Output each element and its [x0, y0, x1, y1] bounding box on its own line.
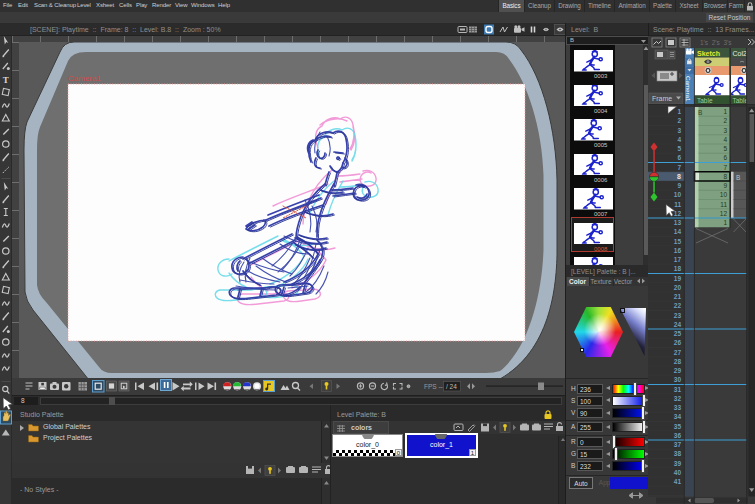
svg-text:35: 35: [674, 423, 682, 430]
svg-text:27: 27: [674, 349, 682, 356]
svg-text:22: 22: [674, 302, 682, 309]
svg-text:32: 32: [674, 395, 682, 402]
svg-text:/ 24: / 24: [446, 383, 457, 390]
svg-text:B: B: [736, 174, 740, 181]
svg-text:2: 2: [677, 117, 681, 124]
svg-text:10: 10: [720, 191, 728, 198]
svg-text:Col2: Col2: [733, 50, 748, 57]
svg-text:6: 6: [677, 154, 681, 161]
svg-text:9: 9: [677, 182, 681, 189]
svg-text:11: 11: [674, 201, 681, 208]
svg-text:24: 24: [674, 321, 682, 328]
svg-text:19: 19: [674, 275, 682, 282]
svg-text:20: 20: [674, 284, 682, 291]
svg-text:40: 40: [674, 469, 682, 476]
svg-text:7: 7: [723, 164, 727, 171]
svg-text:34: 34: [674, 413, 682, 420]
svg-text:41: 41: [674, 478, 682, 485]
svg-text:30: 30: [674, 376, 682, 383]
svg-text:33: 33: [674, 404, 682, 411]
svg-text:13: 13: [674, 219, 682, 226]
svg-text:1: 1: [677, 108, 681, 115]
svg-text:8: 8: [723, 173, 727, 180]
svg-text:Table: Table: [697, 97, 713, 104]
svg-text:FPS ---: FPS ---: [424, 383, 445, 390]
svg-text:16: 16: [674, 247, 682, 254]
svg-text:36: 36: [674, 432, 682, 439]
svg-text:31: 31: [674, 386, 682, 393]
svg-text:4: 4: [677, 136, 681, 143]
svg-text:1's 2's 3's: 1's 2's 3's: [700, 39, 732, 46]
svg-text:23: 23: [674, 312, 682, 319]
svg-text:39: 39: [674, 460, 682, 467]
svg-text:9: 9: [723, 182, 727, 189]
svg-text:12: 12: [720, 210, 728, 217]
svg-text:29: 29: [674, 367, 682, 374]
svg-text:7: 7: [677, 164, 681, 171]
svg-text:B: B: [698, 109, 702, 116]
svg-text:1: 1: [723, 108, 727, 115]
svg-text:1: 1: [723, 219, 727, 226]
svg-text:37: 37: [674, 441, 682, 448]
svg-text:5: 5: [677, 145, 681, 152]
svg-text:Camera1: Camera1: [685, 76, 692, 102]
svg-text:21: 21: [674, 293, 682, 300]
svg-text:15: 15: [674, 238, 682, 245]
svg-text:18: 18: [674, 265, 682, 272]
svg-text:11: 11: [720, 201, 727, 208]
svg-text:T: T: [3, 75, 9, 85]
svg-text:5: 5: [723, 145, 727, 152]
svg-text:2: 2: [723, 117, 727, 124]
svg-text:28: 28: [674, 358, 682, 365]
svg-text:Camera1: Camera1: [68, 74, 101, 83]
svg-text:38: 38: [674, 450, 682, 457]
svg-text:10: 10: [674, 191, 682, 198]
svg-text:14: 14: [674, 228, 682, 235]
svg-text:3: 3: [677, 127, 681, 134]
svg-text:17: 17: [674, 256, 682, 263]
svg-text:Frame: Frame: [652, 95, 672, 102]
svg-text:Sketch: Sketch: [697, 50, 720, 57]
svg-text:Table: Table: [733, 97, 749, 104]
svg-text:3: 3: [723, 127, 727, 134]
svg-text:6: 6: [723, 154, 727, 161]
svg-text:4: 4: [723, 136, 727, 143]
svg-text:26: 26: [674, 339, 682, 346]
svg-text:8: 8: [677, 173, 681, 180]
svg-text:25: 25: [674, 330, 682, 337]
